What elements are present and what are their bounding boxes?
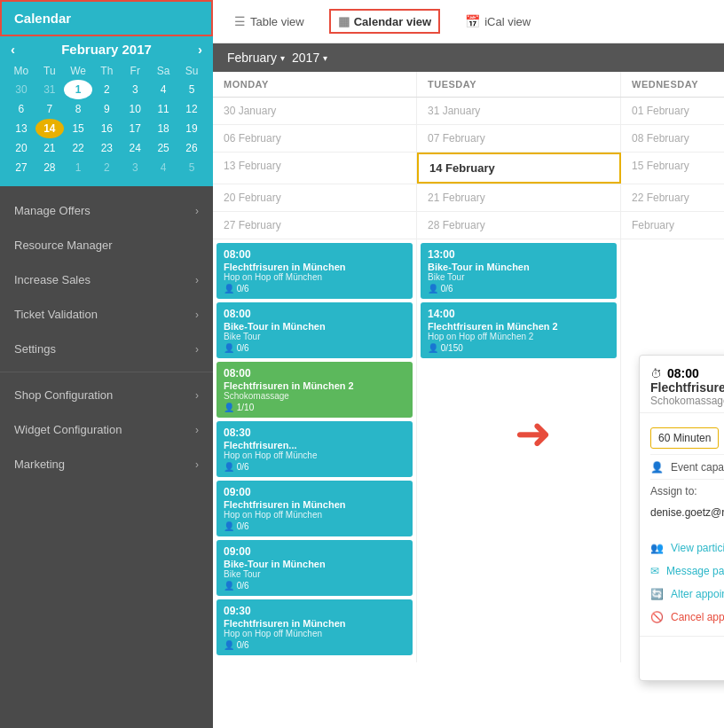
tab-table-label: Table view <box>250 15 304 28</box>
mini-cal-day[interactable]: 2 <box>92 80 121 99</box>
event-mon-5[interactable]: 09:00 Flechtfrisuren in München Hop on H… <box>216 481 413 536</box>
mini-cal-day[interactable]: 18 <box>149 119 177 138</box>
mini-cal-day[interactable]: 5 <box>177 158 206 177</box>
sidebar-item-widget-configuration[interactable]: Widget Configuration› <box>0 412 213 447</box>
tab-table-view[interactable]: ☰ Table view <box>227 11 311 32</box>
mini-cal-day[interactable]: 13 <box>7 119 35 138</box>
mini-cal-day[interactable]: 28 <box>35 158 64 177</box>
cancel-appointment-action[interactable]: 🚫 Cancel appointment <box>650 606 724 629</box>
sidebar-menu-group-1: Manage Offers›Resource ManagerIncrease S… <box>0 193 213 366</box>
column-headers: MONDAY TUESDAY WEDNESDAY <box>213 72 724 98</box>
event-capacity: 👤 0/6 <box>428 284 610 294</box>
year-dropdown[interactable]: 2017 ▾ <box>292 51 327 65</box>
mini-cal-day[interactable]: 19 <box>177 119 206 138</box>
mini-cal-day[interactable]: 23 <box>92 138 121 158</box>
event-mon-4[interactable]: 08:30 Flechtfrisuren... Hop on Hop off M… <box>216 421 413 477</box>
mini-cal-day[interactable]: 6 <box>7 99 35 119</box>
mini-cal-day[interactable]: 8 <box>64 99 93 119</box>
chevron-right-icon: › <box>195 309 199 321</box>
sidebar-calendar-button[interactable]: Calendar <box>0 0 213 36</box>
mini-cal-day[interactable]: 31 <box>35 80 64 99</box>
event-tue-2[interactable]: 14:00 Flechtfrisuren in München 2 Hop on… <box>421 302 617 358</box>
mini-cal-day[interactable]: 2 <box>92 158 121 177</box>
mini-cal-day[interactable]: 10 <box>121 99 149 119</box>
event-mon-2[interactable]: 08:00 Bike-Tour in München Bike Tour 👤 0… <box>216 302 413 358</box>
prev-month-button[interactable]: ‹ <box>11 42 15 57</box>
mini-cal-day[interactable]: 5 <box>177 80 206 99</box>
sidebar-item-shop-configuration[interactable]: Shop Configuration› <box>0 378 213 412</box>
tab-ical-view[interactable]: 📅 iCal view <box>458 11 538 32</box>
month-dropdown-arrow: ▾ <box>280 53 285 63</box>
assign-value: denise.goetz@regiondo.com <box>650 506 724 519</box>
mini-cal-day[interactable]: 25 <box>149 138 177 158</box>
mini-cal-day[interactable]: 4 <box>149 158 177 177</box>
mini-cal-week-2: 13141516171819 <box>7 119 206 138</box>
mini-cal-day[interactable]: 1 <box>64 158 93 177</box>
duration-field[interactable]: 60 Minuten <box>650 427 719 449</box>
date-tue-4: 21 February <box>417 184 621 211</box>
event-mon-1[interactable]: 08:00 Flechtfrisuren in München Hop on H… <box>216 243 413 299</box>
mini-cal-day[interactable]: 11 <box>149 99 177 119</box>
mini-cal-day[interactable]: 1 <box>64 80 93 99</box>
sidebar-divider <box>0 372 213 372</box>
event-mon-7[interactable]: 09:30 Flechtfrisuren in München Hop on H… <box>216 599 413 655</box>
sidebar-item-ticket-validation[interactable]: Ticket Validation› <box>0 297 213 332</box>
sidebar-item-resource-manager[interactable]: Resource Manager <box>0 228 213 262</box>
date-tue-5: 28 February <box>417 212 621 239</box>
mini-cal-day[interactable]: 14 <box>35 119 64 138</box>
event-col-monday: 08:00 Flechtfrisuren in München Hop on H… <box>213 239 417 662</box>
popup-assign-row: Assign to: denise.goetz@regiondo.com ▾ <box>650 480 724 524</box>
message-participants-action[interactable]: ✉ Message participants <box>650 560 724 583</box>
event-capacity: 👤 0/6 <box>224 521 405 531</box>
mini-cal-day[interactable]: 24 <box>121 138 149 158</box>
mini-cal-day[interactable]: 7 <box>35 99 64 119</box>
mini-cal-day[interactable]: 30 <box>7 80 35 99</box>
mini-cal-day[interactable]: 22 <box>64 138 93 158</box>
view-participants-icon: 👥 <box>650 542 664 554</box>
mini-cal-day[interactable]: 3 <box>121 158 149 177</box>
mini-cal-day[interactable]: 27 <box>7 158 35 177</box>
popup-title: Flechtfrisuren in München 2 <box>650 380 724 395</box>
alter-appointment-action[interactable]: 🔄 Alter appointment <box>650 583 724 606</box>
day-of-week-su: Su <box>177 62 206 80</box>
event-title: Flechtfrisuren... <box>224 440 405 450</box>
event-time: 14:00 <box>428 308 610 320</box>
sidebar-item-settings[interactable]: Settings› <box>0 332 213 366</box>
calendar-label: Calendar <box>14 11 71 26</box>
event-popup: ⏱ 08:00 Flechtfrisuren in München 2 Scho… <box>639 355 724 681</box>
mini-cal-day[interactable]: 17 <box>121 119 149 138</box>
mini-cal-day[interactable]: 20 <box>7 138 35 158</box>
event-subtitle: Hop on Hop off München <box>224 272 405 282</box>
sidebar-item-label: Marketing <box>14 458 65 471</box>
event-mon-6[interactable]: 09:00 Bike-Tour in München Bike Tour 👤 0… <box>216 540 413 596</box>
sidebar-item-increase-sales[interactable]: Increase Sales› <box>0 262 213 297</box>
mini-cal-day[interactable]: 4 <box>149 80 177 99</box>
date-tue-1: 31 January <box>417 98 621 124</box>
mini-cal-day[interactable]: 12 <box>177 99 206 119</box>
col-monday: MONDAY <box>213 72 417 97</box>
mini-cal-day[interactable]: 26 <box>177 138 206 158</box>
date-mon-3: 13 February <box>213 153 417 184</box>
popup-footer: Close <box>640 636 724 680</box>
event-subtitle: Bike Tour <box>224 332 405 341</box>
assign-label: Assign to: <box>650 485 697 497</box>
mini-cal-day[interactable]: 9 <box>92 99 121 119</box>
day-of-week-tu: Tu <box>35 62 64 80</box>
mini-cal-day[interactable]: 15 <box>64 119 93 138</box>
event-title: Bike-Tour in München <box>428 262 610 272</box>
event-mon-3[interactable]: 08:00 Flechtfrisuren in München 2 Schoko… <box>216 362 413 418</box>
mini-cal-day[interactable]: 21 <box>35 138 64 158</box>
view-participants-action[interactable]: 👥 View participants <box>650 536 724 560</box>
month-dropdown[interactable]: February ▾ <box>227 51 285 65</box>
next-month-button[interactable]: › <box>198 42 202 57</box>
sidebar-item-marketing[interactable]: Marketing› <box>0 447 213 481</box>
mini-cal-day[interactable]: 3 <box>121 80 149 99</box>
mini-cal-day[interactable]: 16 <box>92 119 121 138</box>
sidebar-item-manage-offers[interactable]: Manage Offers› <box>0 193 213 228</box>
event-tue-1[interactable]: 13:00 Bike-Tour in München Bike Tour 👤 0… <box>421 243 617 299</box>
popup-header: ⏱ 08:00 Flechtfrisuren in München 2 Scho… <box>640 356 724 413</box>
popup-header-content: ⏱ 08:00 Flechtfrisuren in München 2 Scho… <box>650 366 724 407</box>
tab-calendar-view[interactable]: ▦ Calendar view <box>329 9 440 34</box>
sidebar-item-label: Shop Configuration <box>14 388 113 402</box>
sidebar-item-label: Settings <box>14 342 56 356</box>
